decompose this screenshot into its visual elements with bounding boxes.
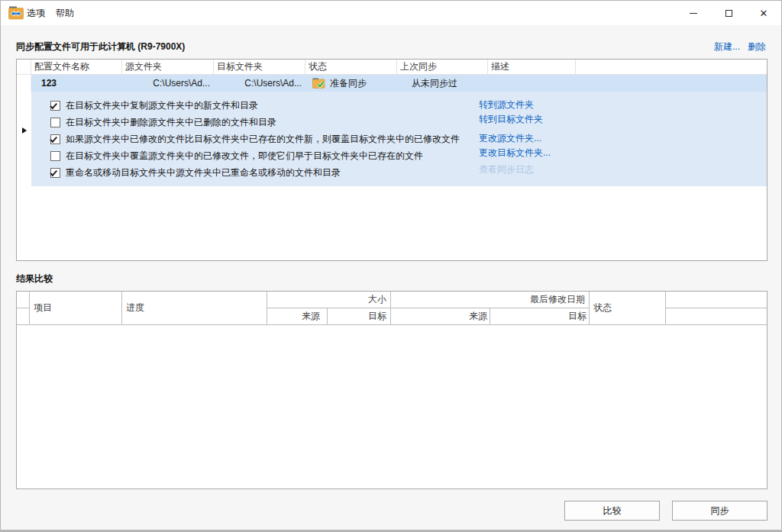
menu-help[interactable]: 帮助 — [51, 1, 79, 25]
profiles-section-title: 同步配置文件可用于此计算机 (R9-7900X) — [16, 40, 185, 53]
change-target-folder-link[interactable]: 更改目标文件夹... — [479, 147, 551, 160]
app-sync-folder-icon — [8, 6, 24, 20]
maximize-button[interactable] — [711, 1, 746, 25]
source-folder-cell: C:\Users\Ad... — [122, 75, 214, 92]
maximize-icon — [725, 10, 732, 17]
column-header-modified-source[interactable]: 来源 — [391, 308, 490, 325]
column-group-modified-date[interactable]: 最后修改日期 — [391, 292, 590, 308]
overwrite-newer-checkbox[interactable] — [50, 134, 60, 144]
profiles-table: 配置文件名称 源文件夹 目标文件夹 状态 上次同步 描述 123 C:\User… — [16, 59, 767, 261]
new-profile-link[interactable]: 新建... — [714, 40, 740, 53]
option-row-overwrite-newer: 如果源文件夹中已修改的文件比目标文件夹中已存在的文件新，则覆盖目标文件夹中的已修… — [50, 133, 460, 145]
profile-actions: 新建... 删除 — [714, 40, 766, 53]
header-gutter — [17, 60, 31, 74]
description-cell — [488, 75, 576, 92]
close-button[interactable]: ✕ — [746, 1, 781, 25]
rename-move-checkbox[interactable] — [50, 168, 60, 178]
profile-detail-area: 在目标文件夹中复制源文件夹中的新文件和目录 在目标文件夹中删除源文件夹中已删除的… — [17, 92, 767, 186]
panel-gutter — [17, 92, 31, 186]
row-gutter — [17, 75, 31, 92]
row-filler — [576, 75, 767, 92]
minimize-icon — [690, 13, 697, 14]
row-expander-arrow-icon[interactable] — [22, 127, 27, 134]
column-group-size[interactable]: 大小 — [267, 292, 391, 308]
column-header-modified-target[interactable]: 目标 — [490, 308, 590, 325]
view-sync-log-link: 查看同步日志 — [479, 163, 534, 176]
profile-options-panel: 在目标文件夹中复制源文件夹中的新文件和目录 在目标文件夹中删除源文件夹中已删除的… — [31, 92, 767, 186]
column-header-profile-name[interactable]: 配置文件名称 — [31, 60, 122, 74]
profile-name-cell: 123 — [31, 75, 122, 92]
overwrite-newer-label[interactable]: 如果源文件夹中已修改的文件比目标文件夹中已存在的文件新，则覆盖目标文件夹中的已修… — [66, 133, 460, 146]
results-header-filler-bottom — [666, 308, 767, 325]
goto-target-folder-link[interactable]: 转到目标文件夹 — [479, 113, 543, 126]
delete-removed-label[interactable]: 在目标文件夹中删除源文件夹中已删除的文件和目录 — [66, 116, 276, 129]
results-gutter-bottom — [17, 308, 30, 325]
column-header-size-target[interactable]: 目标 — [328, 308, 391, 325]
results-header-filler-top — [666, 292, 767, 308]
results-table-header: 项目 进度 大小 来源 目标 最后修改日期 来源 目标 状态 — [17, 292, 767, 325]
column-header-progress[interactable]: 进度 — [122, 292, 267, 325]
option-row-overwrite-older: 在目标文件夹中覆盖源文件夹中的已修改文件，即使它们早于目标文件夹中已存在的文件 — [50, 150, 423, 162]
column-header-description[interactable]: 描述 — [488, 60, 576, 74]
column-header-result-status[interactable]: 状态 — [590, 292, 666, 325]
option-row-rename-move: 重命名或移动目标文件夹中源文件夹中已重命名或移动的文件和目录 — [50, 166, 341, 179]
option-row-copy-new: 在目标文件夹中复制源文件夹中的新文件和目录 — [50, 99, 258, 111]
column-header-source-folder[interactable]: 源文件夹 — [122, 60, 214, 74]
copy-new-label[interactable]: 在目标文件夹中复制源文件夹中的新文件和目录 — [66, 99, 258, 112]
minimize-button[interactable] — [676, 1, 711, 25]
option-row-delete-removed: 在目标文件夹中删除源文件夹中已删除的文件和目录 — [50, 116, 276, 128]
ready-to-sync-folder-icon — [312, 78, 325, 89]
goto-source-folder-link[interactable]: 转到源文件夹 — [479, 98, 534, 111]
column-header-item[interactable]: 项目 — [30, 292, 122, 325]
sync-button[interactable]: 同步 — [672, 501, 767, 521]
titlebar: 选项 帮助 ✕ — [1, 1, 781, 25]
target-folder-cell: C:\Users\Ad... — [214, 75, 305, 92]
copy-new-checkbox[interactable] — [50, 101, 60, 111]
column-header-status[interactable]: 状态 — [305, 60, 397, 74]
overwrite-older-label[interactable]: 在目标文件夹中覆盖源文件夹中的已修改文件，即使它们早于目标文件夹中已存在的文件 — [66, 150, 423, 163]
delete-removed-checkbox[interactable] — [50, 118, 60, 127]
close-icon: ✕ — [760, 8, 768, 18]
change-source-folder-link[interactable]: 更改源文件夹... — [479, 132, 541, 145]
column-header-size-source[interactable]: 来源 — [267, 308, 328, 325]
results-section-title: 结果比较 — [16, 272, 53, 285]
overwrite-older-checkbox[interactable] — [50, 151, 60, 161]
rename-move-label[interactable]: 重命名或移动目标文件夹中源文件夹中已重命名或移动的文件和目录 — [66, 166, 341, 179]
column-header-last-sync[interactable]: 上次同步 — [397, 60, 488, 74]
last-sync-cell: 从未同步过 — [397, 75, 488, 92]
status-cell: 准备同步 — [305, 75, 397, 92]
profile-row[interactable]: 123 C:\Users\Ad... C:\Users\Ad... 准备同步 从… — [17, 75, 767, 92]
app-window: 选项 帮助 ✕ 同步配置文件可用于此计算机 (R9-7900X) 新建... 删… — [0, 0, 782, 532]
status-text: 准备同步 — [330, 75, 367, 92]
header-filler — [576, 60, 767, 74]
menu-options[interactable]: 选项 — [22, 1, 50, 25]
profiles-table-header: 配置文件名称 源文件夹 目标文件夹 状态 上次同步 描述 — [17, 60, 767, 75]
column-header-target-folder[interactable]: 目标文件夹 — [214, 60, 305, 74]
results-gutter-top — [17, 292, 30, 308]
results-table: 项目 进度 大小 来源 目标 最后修改日期 来源 目标 状态 — [16, 291, 767, 489]
compare-button[interactable]: 比较 — [564, 501, 660, 521]
delete-profile-link[interactable]: 删除 — [748, 40, 766, 53]
